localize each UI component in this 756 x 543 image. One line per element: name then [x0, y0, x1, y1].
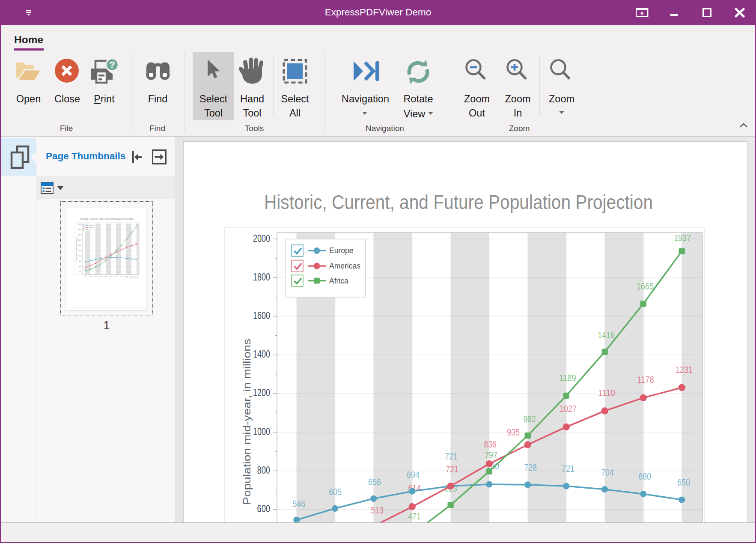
svg-text:1937: 1937 [674, 233, 691, 243]
svg-text:471: 471 [408, 511, 421, 522]
svg-text:1110: 1110 [598, 388, 615, 398]
svg-text:1400: 1400 [78, 239, 81, 241]
svg-text:721: 721 [446, 464, 458, 474]
svg-text:1200: 1200 [253, 387, 270, 398]
svg-text:1110: 1110 [125, 245, 128, 247]
svg-text:Americas: Americas [89, 227, 94, 229]
svg-text:Americas: Americas [329, 262, 360, 270]
svg-text:694: 694 [100, 257, 102, 258]
svg-text:800: 800 [257, 465, 271, 476]
svg-text:Population mid-year, in millio: Population mid-year, in millions [241, 339, 253, 505]
svg-text:1200: 1200 [78, 245, 81, 246]
svg-text:Population mid-year, in millio: Population mid-year, in millions [75, 237, 77, 260]
svg-text:1990: 1990 [104, 276, 107, 277]
svg-text:1416: 1416 [598, 330, 615, 340]
svg-text:605: 605 [89, 259, 92, 260]
svg-text:721: 721 [562, 464, 574, 474]
svg-text:605: 605 [329, 487, 342, 497]
svg-text:400: 400 [79, 266, 81, 267]
svg-text:200: 200 [79, 271, 81, 272]
svg-text:1027: 1027 [560, 404, 577, 414]
svg-text:229: 229 [84, 269, 86, 270]
svg-text:Africa: Africa [89, 229, 92, 231]
svg-text:728: 728 [115, 256, 117, 257]
svg-text:800: 800 [79, 255, 81, 257]
svg-text:2010: 2010 [115, 276, 118, 277]
svg-text:513: 513 [371, 505, 384, 516]
svg-text:982: 982 [523, 414, 536, 424]
svg-text:656: 656 [95, 257, 97, 259]
svg-text:546: 546 [84, 260, 86, 262]
svg-text:1189: 1189 [559, 373, 576, 383]
svg-text:728: 728 [524, 462, 537, 473]
svg-text:600: 600 [79, 260, 81, 262]
svg-text:2020: 2020 [120, 276, 123, 277]
svg-text:1600: 1600 [253, 310, 270, 321]
svg-text:2000: 2000 [110, 276, 113, 277]
svg-text:680: 680 [638, 471, 651, 482]
svg-text:Historic, Current, and Future: Historic, Current, and Future Population… [80, 218, 134, 220]
svg-text:2000: 2000 [253, 233, 270, 244]
svg-text:704: 704 [125, 256, 128, 258]
svg-text:1231: 1231 [135, 242, 138, 244]
svg-text:339: 339 [84, 266, 86, 268]
svg-text:Historic, Current, and Future: Historic, Current, and Future Population… [264, 191, 653, 213]
svg-text:1665: 1665 [637, 281, 654, 292]
svg-text:285: 285 [89, 267, 92, 269]
svg-text:1950: 1950 [84, 276, 87, 277]
svg-text:1980: 1980 [99, 276, 102, 277]
svg-text:694: 694 [407, 470, 420, 480]
svg-text:1400: 1400 [253, 349, 270, 360]
svg-text:1600: 1600 [78, 234, 81, 236]
svg-text:1970: 1970 [94, 276, 97, 277]
svg-text:600: 600 [257, 503, 271, 514]
svg-text:Europe: Europe [329, 246, 353, 255]
svg-text:1937: 1937 [135, 224, 138, 226]
svg-text:513: 513 [95, 261, 97, 263]
svg-text:721: 721 [445, 451, 458, 462]
svg-text:656: 656 [368, 477, 381, 487]
svg-text:425: 425 [89, 263, 92, 265]
svg-text:1178: 1178 [637, 375, 654, 385]
svg-text:935: 935 [507, 427, 520, 438]
svg-text:546: 546 [292, 499, 305, 509]
svg-text:650: 650 [677, 477, 690, 488]
svg-text:From www.geohive.com: From www.geohive.com [125, 277, 140, 279]
svg-text:680: 680 [131, 257, 133, 259]
svg-text:1960: 1960 [89, 276, 92, 277]
svg-text:1027: 1027 [120, 248, 122, 250]
svg-text:721: 721 [120, 256, 122, 257]
svg-text:Africa: Africa [329, 277, 348, 285]
svg-text:Europe: Europe [89, 225, 93, 227]
svg-text:836: 836 [484, 439, 497, 450]
svg-text:1000: 1000 [78, 250, 81, 251]
svg-text:1800: 1800 [78, 229, 81, 230]
svg-text:366: 366 [95, 265, 97, 267]
svg-text:1231: 1231 [676, 365, 693, 375]
svg-text:1178: 1178 [130, 244, 133, 245]
svg-text:1800: 1800 [253, 272, 270, 283]
svg-text:797: 797 [485, 450, 497, 460]
svg-text:2000: 2000 [78, 224, 81, 225]
svg-text:650: 650 [136, 258, 138, 260]
svg-text:?: ? [109, 60, 115, 70]
svg-text:704: 704 [601, 468, 614, 478]
svg-text:1000: 1000 [253, 426, 270, 437]
